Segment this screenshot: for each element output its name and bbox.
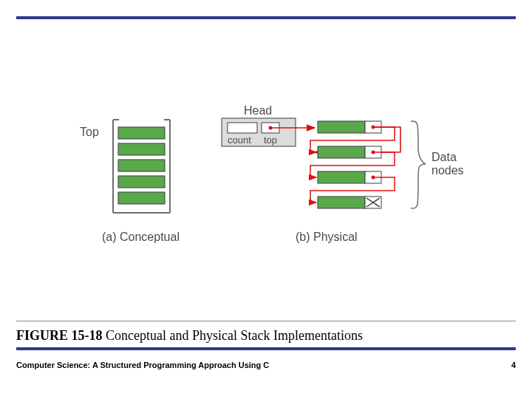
- label-data-nodes-2: nodes: [432, 164, 464, 177]
- svg-rect-19: [318, 146, 365, 158]
- figure-diagram: Top (a) Conceptual Head count top: [0, 0, 532, 318]
- page-number: 4: [511, 361, 516, 369]
- svg-rect-22: [318, 171, 365, 183]
- svg-point-13: [269, 126, 273, 130]
- svg-rect-5: [118, 127, 165, 139]
- svg-rect-11: [228, 123, 257, 133]
- subcaption-b: (b) Physical: [296, 231, 358, 243]
- svg-rect-8: [118, 176, 165, 188]
- label-data-nodes-1: Data: [432, 151, 457, 163]
- subcaption-a: (a) Conceptual: [102, 231, 180, 243]
- label-count: count: [228, 134, 251, 146]
- bottom-rule: [16, 347, 516, 350]
- svg-rect-15: [318, 121, 365, 133]
- figure-title: Conceptual and Physical Stack Implementa…: [106, 328, 363, 343]
- svg-rect-25: [318, 197, 365, 208]
- footer-text: Computer Science: A Structured Programmi…: [16, 361, 516, 369]
- label-head: Head: [244, 104, 272, 117]
- figure-number: FIGURE 15-18: [16, 328, 103, 343]
- svg-rect-9: [118, 192, 165, 204]
- label-top-ptr: top: [264, 134, 277, 146]
- caption-rule: [16, 321, 516, 321]
- figure-caption: FIGURE 15-18 Conceptual and Physical Sta…: [16, 328, 363, 344]
- svg-rect-7: [118, 160, 165, 171]
- svg-rect-6: [118, 143, 165, 155]
- label-top: Top: [80, 126, 99, 138]
